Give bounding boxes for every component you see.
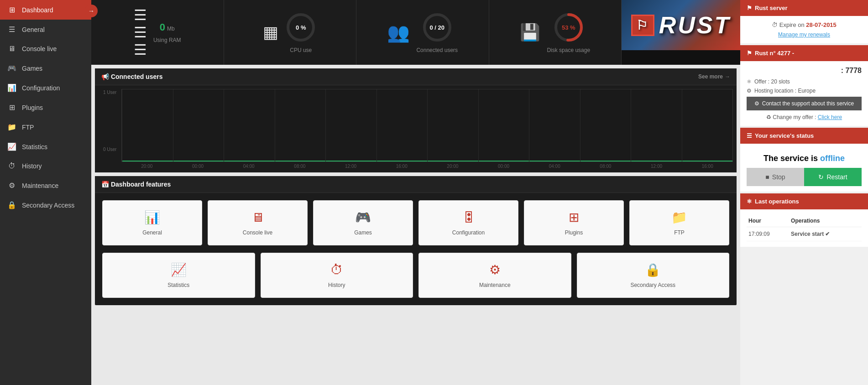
sidebar-label-games: Games — [22, 65, 42, 72]
sidebar-icon-ftp: 📁 — [7, 123, 16, 131]
change-offer-row: ♻ Change my offer : Click here — [747, 114, 862, 120]
ops-hour: 17:09:09 — [747, 227, 789, 241]
cpu-info: 0 % CPU use — [285, 11, 317, 53]
sidebar-item-secondary-access[interactable]: 🔒 Secondary Access — [0, 195, 91, 215]
chart-x-label: 00:00 — [173, 164, 224, 169]
feature-icon-maintenance: ⚙ — [489, 262, 501, 277]
change-offer-link[interactable]: Click here — [818, 114, 842, 120]
feature-card-statistics[interactable]: 📈 Statistics — [102, 253, 255, 298]
manage-renewals-link[interactable]: Manage my renewals — [778, 31, 830, 38]
chart-x-label: 20:00 — [121, 164, 173, 169]
chart-x-label: 20:00 — [427, 164, 478, 169]
feature-icon-plugins: ⊞ — [569, 210, 579, 225]
support-button[interactable]: ⚙ Contact the support about this service — [747, 97, 862, 110]
ram-info: 0 Mb Using RAM — [153, 21, 181, 43]
rust-server-body: ⏱ Expire on 28-07-2015 Manage my renewal… — [740, 16, 868, 43]
rust-banner-image: ⚐ RUST — [622, 0, 740, 50]
feature-icon-games: 🎮 — [355, 210, 371, 225]
chart-grid-line — [275, 89, 275, 161]
sidebar-item-configuration[interactable]: 📊 Configuration — [0, 78, 91, 98]
users-gauge: 0 / 20 — [421, 11, 453, 43]
rust-info-header: ⚑ Rust n° 4277 - — [740, 45, 868, 61]
chart-x-label: 00:00 — [478, 164, 529, 169]
feature-card-general[interactable]: 📊 General — [102, 200, 202, 245]
sidebar-item-plugins[interactable]: ⊞ Plugins — [0, 98, 91, 117]
feature-label-plugins: Plugins — [565, 229, 583, 236]
rust-info-section: ⚑ Rust n° 4277 - : 7778 ⚛ Offer : 20 slo… — [740, 45, 868, 126]
sidebar-item-games[interactable]: 🎮 Games — [0, 58, 91, 78]
rust-title-text: RUST — [659, 11, 731, 39]
feature-card-console-live[interactable]: 🖥 Console live — [208, 200, 308, 245]
rust-logo: ⚐ RUST — [631, 11, 731, 39]
sidebar-item-statistics[interactable]: 📈 Statistics — [0, 137, 91, 156]
chart-container — [121, 89, 733, 162]
sidebar-label-console-live: Console live — [22, 45, 57, 52]
chart-x-label: 08:00 — [580, 164, 631, 169]
stop-button[interactable]: ■ Stop — [747, 168, 804, 186]
cpu-chart-icon: ▦ — [263, 23, 278, 42]
sidebar-item-history[interactable]: ⏱ History — [0, 156, 91, 176]
feature-icon-console-live: 🖥 — [251, 210, 264, 225]
sidebar-item-ftp[interactable]: 📁 FTP — [0, 117, 91, 137]
chart-x-labels: 20:0000:0004:0008:0012:0016:0020:0000:00… — [121, 162, 733, 172]
users-value: 0 / 20 — [429, 24, 444, 31]
sidebar-label-plugins: Plugins — [22, 104, 43, 111]
feature-card-plugins[interactable]: ⊞ Plugins — [524, 200, 624, 245]
sidebar-label-general: General — [22, 26, 45, 33]
feature-card-configuration[interactable]: 🎛 Configuration — [418, 200, 518, 245]
chart-grid-line — [173, 89, 173, 161]
disk-info: 53 % Disk space usage — [547, 11, 590, 53]
chart-y-bottom: 0 User — [103, 147, 116, 152]
disk-value: 53 % — [562, 24, 575, 31]
feature-card-secondary-access[interactable]: 🔒 Secondary Access — [577, 253, 730, 298]
feature-icon-history: ⏱ — [330, 262, 343, 277]
sidebar-icon-secondary-access: 🔒 — [7, 201, 16, 209]
feature-card-history[interactable]: ⏱ History — [261, 253, 413, 298]
connected-users-title: 📢 Connected users — [101, 73, 162, 80]
rust-banner: ⚐ RUST — [622, 0, 740, 65]
sidebar-icon-plugins: ⊞ — [7, 103, 16, 112]
ram-icon: ☰☰☰ — [134, 6, 147, 58]
ops-col-hour: Hour — [747, 215, 789, 227]
sidebar-item-dashboard[interactable]: ⊞ Dashboard — [0, 0, 91, 20]
ram-label: Using RAM — [153, 37, 181, 43]
disk-label: Disk space usage — [547, 47, 590, 53]
right-panel: ⚑ Rust server ⏱ Expire on 28-07-2015 Man… — [740, 0, 868, 385]
feature-label-console-live: Console live — [243, 229, 272, 236]
feature-card-games[interactable]: 🎮 Games — [313, 200, 413, 245]
rust-info-body: : 7778 ⚛ Offer : 20 slots ⚙ Hosting loca… — [740, 61, 868, 126]
ops-table-row: 17:09:09 Service start ✔ — [747, 227, 862, 241]
see-more-button[interactable]: See more → — [698, 73, 730, 80]
offer-row: ⚛ Offer : 20 slots — [747, 78, 862, 85]
sidebar-item-console-live[interactable]: 🖥 Console live — [0, 39, 91, 58]
feature-card-ftp[interactable]: 📁 FTP — [629, 200, 729, 245]
sidebar-icon-statistics: 📈 — [7, 142, 16, 151]
disk-icon: 💾 — [520, 23, 540, 42]
expire-row: ⏱ Expire on 28-07-2015 — [747, 21, 862, 28]
cpu-value: 0 % — [296, 24, 306, 31]
chart-y-top: 1 User — [103, 90, 116, 95]
chart-grid-line — [427, 89, 428, 161]
chart-x-label: 16:00 — [682, 164, 733, 169]
back-button[interactable]: → — [85, 5, 98, 17]
chart-grid-line — [732, 89, 733, 161]
sidebar-item-general[interactable]: ☰ General — [0, 20, 91, 39]
feature-card-maintenance[interactable]: ⚙ Maintenance — [418, 253, 571, 298]
sidebar-item-maintenance[interactable]: ⚙ Maintenance — [0, 176, 91, 195]
sidebar-label-maintenance: Maintenance — [22, 182, 58, 189]
chart-x-label: 12:00 — [631, 164, 682, 169]
content-area: ☰☰☰ 0 Mb Using RAM ▦ — [91, 0, 868, 385]
feature-icon-statistics: 📈 — [171, 262, 187, 277]
hosting-row: ⚙ Hosting location : Europe — [747, 88, 862, 94]
ops-table: Hour Operations 17:09:09 Service start ✔ — [747, 215, 862, 241]
chart-grid-line — [376, 89, 377, 161]
sidebar-label-statistics: Statistics — [22, 143, 47, 151]
feature-icon-general: 📊 — [144, 210, 160, 225]
last-operations-section: ⚛ Last operations Hour Operations 17:09:… — [740, 193, 868, 247]
users-info: 0 / 20 Connected users — [416, 11, 458, 53]
last-ops-header: ⚛ Last operations — [740, 193, 868, 209]
sidebar-icon-maintenance: ⚙ — [7, 181, 16, 190]
feature-icon-ftp: 📁 — [671, 210, 687, 225]
restart-button[interactable]: ↻ Restart — [804, 168, 862, 186]
connected-users-header: 📢 Connected users See more → — [95, 68, 737, 85]
